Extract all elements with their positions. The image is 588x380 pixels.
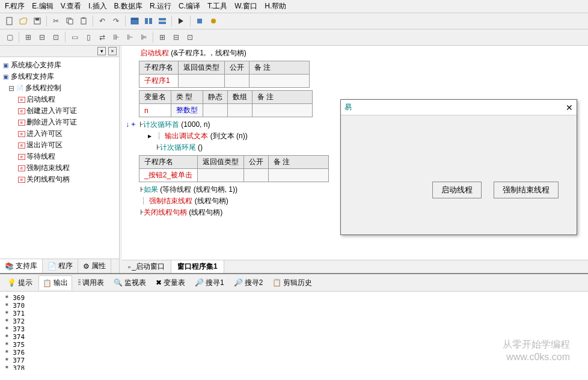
- tb2-icon[interactable]: ▭: [69, 31, 81, 43]
- menu-window[interactable]: W.窗口: [234, 1, 257, 11]
- tab-program[interactable]: 📄程序: [43, 259, 78, 273]
- menu-compile[interactable]: C.编译: [179, 1, 200, 11]
- svg-rect-12: [159, 22, 166, 24]
- tree-leaf[interactable]: e等待线程: [1, 151, 118, 162]
- save-icon[interactable]: [31, 15, 43, 27]
- output-line: * 378: [5, 364, 583, 370]
- tb2-icon[interactable]: ▯: [82, 31, 94, 43]
- output-line: * 374: [5, 333, 583, 341]
- secondary-toolbar: ▢ ⊞ ⊟ ⊡ ▭ ▯ ⇄ ⊪ ⊩ ⊫ ⊞ ⊟ ⊡: [0, 29, 588, 46]
- subroutine-table-1[interactable]: 子程序名返回值类型公开备 注 子程序1: [139, 61, 310, 88]
- tab-calltable[interactable]: ⦙⦙调用表: [75, 275, 108, 290]
- run-icon[interactable]: [175, 15, 187, 27]
- panel-dropdown-icon[interactable]: ▾: [97, 47, 106, 55]
- svg-rect-4: [69, 19, 73, 24]
- output-line: * 371: [5, 310, 583, 317]
- svg-rect-6: [82, 17, 85, 19]
- svg-rect-0: [7, 17, 12, 25]
- svg-rect-2: [35, 18, 39, 20]
- menu-edit[interactable]: E.编辑: [32, 1, 53, 11]
- menu-program[interactable]: F.程序: [5, 1, 25, 11]
- tab-watch[interactable]: 🔍监视表: [110, 275, 150, 290]
- tree-root[interactable]: ▣系统核心支持库: [1, 60, 118, 71]
- window2-icon[interactable]: [142, 15, 155, 27]
- tb2-icon[interactable]: ⊞: [22, 31, 34, 43]
- tab-support-lib[interactable]: 📚支持库: [0, 259, 43, 273]
- svg-rect-11: [159, 18, 166, 20]
- tb2-icon[interactable]: ⊟: [170, 31, 182, 43]
- preview-window[interactable]: 易 ✕ 启动线程 强制结束线程: [340, 99, 577, 235]
- tab-window-program-set[interactable]: 窗口程序集1: [171, 260, 224, 273]
- tree-leaf[interactable]: e强制结束线程: [1, 162, 118, 174]
- left-panel: ▾ × ▣系统核心支持库 ▣多线程支持库 ⊟📄多线程控制 e启动线程 e创建进入…: [0, 46, 120, 273]
- menu-insert[interactable]: I.插入: [88, 1, 107, 11]
- tab-tips[interactable]: 💡提示: [4, 275, 36, 290]
- panel-close-icon[interactable]: ×: [108, 47, 117, 55]
- svg-point-14: [211, 19, 216, 23]
- menu-help[interactable]: H.帮助: [265, 1, 286, 11]
- redo-icon[interactable]: ↷: [110, 15, 122, 27]
- tab-search2[interactable]: 🔎搜寻2: [230, 275, 267, 290]
- force-end-thread-button[interactable]: 强制结束线程: [494, 182, 559, 198]
- output-line: * 370: [5, 302, 583, 310]
- tb2-icon[interactable]: ⊟: [36, 31, 48, 43]
- tree-leaf[interactable]: e进入许可区: [1, 128, 118, 139]
- output-line: * 372: [5, 317, 583, 325]
- menu-database[interactable]: B.数据库: [114, 1, 142, 11]
- tree-leaf[interactable]: e删除进入许可证: [1, 117, 118, 128]
- copy-icon[interactable]: [64, 15, 76, 27]
- tree-leaf[interactable]: e退出许可区: [1, 139, 118, 151]
- tb2-icon[interactable]: ⇄: [96, 31, 108, 43]
- debug-icon[interactable]: [207, 15, 219, 27]
- tb2-icon[interactable]: ⊡: [50, 31, 62, 43]
- left-panel-tabs: 📚支持库 📄程序 ⚙属性: [0, 259, 119, 273]
- window3-icon[interactable]: [156, 15, 168, 27]
- svg-rect-9: [145, 18, 148, 24]
- tree-leaf[interactable]: e创建进入许可证: [1, 105, 118, 117]
- subroutine-table-2[interactable]: 子程序名返回值类型公开备 注 _按钮2_被单击: [139, 155, 329, 182]
- tab-startup-window[interactable]: ▫_启动窗口: [122, 260, 171, 273]
- app-icon: 易: [345, 102, 352, 112]
- watermark: 从零开始学编程 www.c0ks.com: [503, 339, 570, 364]
- tab-vartable[interactable]: ✖变量表: [152, 275, 189, 290]
- tab-output[interactable]: 📋输出: [38, 275, 72, 290]
- output-panel: 💡提示 📋输出 ⦙⦙调用表 🔍监视表 ✖变量表 🔎搜寻1 🔎搜寻2 📋剪辑历史 …: [0, 273, 588, 370]
- tree-leaf[interactable]: e关闭线程句柄: [1, 174, 118, 185]
- menu-run[interactable]: R.运行: [150, 1, 171, 11]
- cut-icon[interactable]: ✂: [50, 15, 62, 27]
- paste-icon[interactable]: [78, 15, 90, 27]
- menu-bar: F.程序 E.编辑 V.查看 I.插入 B.数据库 R.运行 C.编译 T.工具…: [0, 0, 588, 13]
- stop-icon[interactable]: [194, 15, 206, 27]
- tab-clip-history[interactable]: 📋剪辑历史: [269, 275, 316, 290]
- svg-rect-13: [197, 19, 202, 23]
- preview-titlebar[interactable]: 易 ✕: [341, 100, 577, 115]
- output-body[interactable]: * 369 * 370 * 371 * 372 * 373 * 374 * 37…: [0, 292, 588, 370]
- tb2-icon[interactable]: ⊡: [184, 31, 196, 43]
- tab-search1[interactable]: 🔎搜寻1: [191, 275, 228, 290]
- open-icon[interactable]: [17, 15, 29, 27]
- tb2-icon[interactable]: ⊫: [138, 31, 150, 43]
- menu-tools[interactable]: T.工具: [207, 1, 227, 11]
- tab-property[interactable]: ⚙属性: [78, 259, 111, 273]
- preview-body: 启动线程 强制结束线程: [341, 115, 577, 234]
- close-icon[interactable]: ✕: [566, 103, 573, 112]
- variable-table[interactable]: 变量名类 型静态数组备 注 n整数型: [139, 90, 313, 117]
- output-line: * 375: [5, 341, 583, 349]
- undo-icon[interactable]: ↶: [96, 15, 108, 27]
- tb2-icon[interactable]: ⊩: [124, 31, 136, 43]
- new-icon[interactable]: [4, 15, 16, 27]
- tree-leaf[interactable]: e启动线程: [1, 94, 118, 105]
- tb2-icon[interactable]: ▢: [4, 31, 16, 43]
- tree-node[interactable]: ⊟📄多线程控制: [1, 82, 118, 94]
- output-line: * 373: [5, 325, 583, 333]
- tb2-icon[interactable]: ⊪: [110, 31, 122, 43]
- window1-icon[interactable]: [129, 15, 141, 27]
- output-line: * 376: [5, 349, 583, 357]
- output-tabs: 💡提示 📋输出 ⦙⦙调用表 🔍监视表 ✖变量表 🔎搜寻1 🔎搜寻2 📋剪辑历史: [0, 274, 588, 292]
- output-line: * 377: [5, 357, 583, 364]
- output-line: * 369: [5, 294, 583, 302]
- tree-root[interactable]: ▣多线程支持库: [1, 71, 118, 82]
- menu-view[interactable]: V.查看: [61, 1, 81, 11]
- tb2-icon[interactable]: ⊞: [156, 31, 168, 43]
- start-thread-button[interactable]: 启动线程: [432, 182, 482, 198]
